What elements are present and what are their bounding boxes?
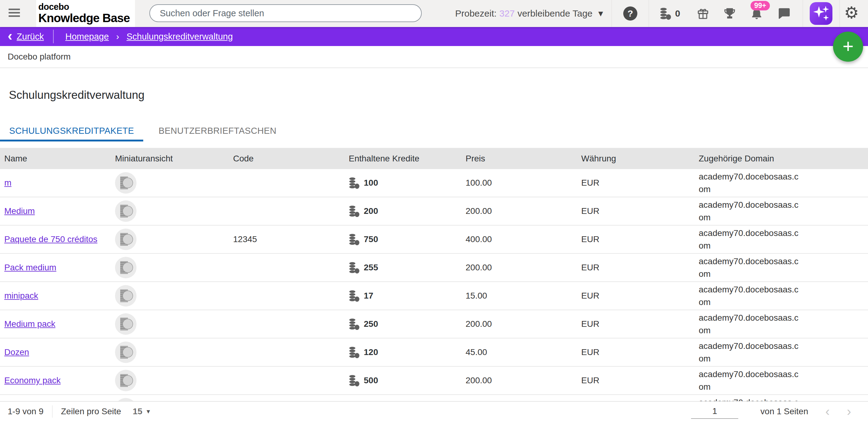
- package-name-cell: Dozen: [4, 348, 115, 357]
- package-name-link[interactable]: Pack medium: [4, 263, 56, 272]
- column-header-code: Code: [233, 154, 349, 163]
- credits-balance-button[interactable]: 0: [658, 7, 682, 20]
- coin-stack-thumbnail: [115, 313, 136, 335]
- package-name-link[interactable]: Dozen: [4, 348, 29, 357]
- column-header-name: Name: [4, 154, 115, 163]
- thumbnail-cell: [115, 200, 233, 222]
- divider: [53, 30, 54, 43]
- coins-icon: [349, 290, 360, 302]
- credits-value: 120: [364, 348, 378, 357]
- ai-assistant-button[interactable]: [810, 2, 832, 25]
- hamburger-menu-button[interactable]: [8, 7, 21, 20]
- column-header-thumbnail: Miniaturansicht: [115, 154, 233, 163]
- coin-stack-thumbnail: [115, 172, 136, 193]
- package-name-link[interactable]: Paquete de 750 créditos: [4, 235, 97, 244]
- credits-cell: 120: [349, 346, 466, 358]
- coin-stack-thumbnail: [115, 257, 136, 278]
- trial-period-dropdown[interactable]: Probezeit: 327 verbleibende Tage ▼: [453, 0, 605, 27]
- credits-cell: 500: [349, 374, 466, 387]
- column-header-domain: Zugehörige Domain: [699, 154, 868, 163]
- plus-icon: +: [842, 36, 854, 56]
- package-name-cell: Pack medium: [4, 263, 115, 272]
- back-chevron-icon: ‹: [8, 29, 12, 43]
- notification-badge: 99+: [750, 1, 770, 10]
- coins-icon: [349, 346, 360, 358]
- currency-cell: EUR: [581, 348, 699, 357]
- thumbnail-cell: [115, 172, 233, 193]
- table-row: Medium pack: [0, 310, 868, 338]
- price-cell: 100.00: [466, 178, 581, 188]
- credits-value: 200: [364, 206, 378, 216]
- tab-bar: SCHULUNGSKREDITPAKETE BENUTZERBRIEFTASCH…: [0, 122, 868, 142]
- currency-cell: EUR: [581, 291, 699, 301]
- hamburger-icon: [8, 8, 20, 10]
- column-header-currency: Währung: [581, 154, 699, 163]
- currency-cell: EUR: [581, 319, 699, 329]
- package-name-link[interactable]: Medium pack: [4, 319, 56, 329]
- gamification-button[interactable]: [723, 6, 737, 21]
- package-name-link[interactable]: Economy pack: [4, 375, 61, 385]
- package-name-link[interactable]: m: [4, 178, 11, 187]
- price-cell: 45.00: [466, 348, 581, 357]
- search-input[interactable]: [149, 4, 422, 22]
- package-name-cell: Medium pack: [4, 319, 115, 329]
- currency-cell: EUR: [581, 263, 699, 272]
- help-button[interactable]: ?: [623, 6, 637, 21]
- messages-button[interactable]: [777, 6, 791, 21]
- pager-controls: von 1 Seiten ‹ ›: [691, 404, 868, 419]
- tab-schulungskreditpakete[interactable]: SCHULUNGSKREDITPAKETE: [0, 122, 143, 142]
- coin-stack-thumbnail: [115, 370, 136, 391]
- gear-icon: ⚙: [844, 3, 859, 22]
- breadcrumb-bar: ‹ Zurück Homepage › Schulungskreditverwa…: [0, 27, 868, 46]
- table-row: m: [0, 169, 868, 197]
- gift-icon: [696, 6, 710, 21]
- domain-cell: academy70.docebosaas.com: [699, 199, 800, 224]
- sparkles-icon: [810, 2, 832, 25]
- package-name-link[interactable]: Medium: [4, 206, 35, 216]
- chevron-down-icon[interactable]: ▾: [147, 408, 150, 415]
- credits-cell: 200: [349, 205, 466, 217]
- table-row: Pack medium: [0, 254, 868, 282]
- credits-cell: 250: [349, 318, 466, 330]
- docebo-logo[interactable]: docebo Knowledge Base: [36, 0, 135, 27]
- breadcrumb-homepage-link[interactable]: Homepage: [65, 32, 109, 42]
- credits-value: 100: [364, 178, 378, 188]
- tab-benutzerbrieftaschen[interactable]: BENUTZERBRIEFTASCHEN: [149, 122, 285, 142]
- app-window: docebo Knowledge Base Probezeit: 327 ver…: [0, 0, 868, 421]
- domain-cell: academy70.docebosaas.com: [699, 368, 800, 393]
- next-page-button[interactable]: ›: [847, 405, 851, 418]
- rows-per-page-value[interactable]: 15: [133, 407, 142, 416]
- credits-value: 250: [364, 319, 378, 329]
- package-name-cell: Paquete de 750 créditos: [4, 235, 115, 244]
- divider: [839, 0, 840, 27]
- coin-stack-thumbnail: [115, 341, 136, 363]
- back-link[interactable]: Zurück: [17, 32, 44, 42]
- thumbnail-cell: [115, 229, 233, 250]
- add-package-fab[interactable]: +: [833, 32, 863, 62]
- breadcrumb-current-link[interactable]: Schulungskreditverwaltung: [127, 32, 233, 42]
- page-title: Schulungskreditverwaltung: [9, 89, 145, 101]
- table-row: Dozen: [0, 338, 868, 367]
- domain-cell: academy70.docebosaas.com: [699, 283, 800, 308]
- chevron-down-icon: ▼: [598, 10, 603, 17]
- previous-page-button[interactable]: ‹: [825, 405, 830, 418]
- domain-cell: academy70.docebosaas.com: [699, 227, 800, 252]
- search-container: [149, 4, 422, 22]
- package-name-cell: Economy pack: [4, 375, 115, 385]
- credits-value: 500: [364, 375, 378, 385]
- rewards-button[interactable]: [696, 6, 710, 21]
- settings-button[interactable]: ⚙: [844, 4, 859, 22]
- thumbnail-cell: [115, 285, 233, 306]
- package-name-cell: Medium: [4, 206, 115, 216]
- package-name-link[interactable]: minipack: [4, 291, 38, 300]
- platform-strip: Docebo platform: [0, 46, 868, 68]
- coins-icon: [349, 205, 360, 217]
- title-area: Schulungskreditverwaltung: [0, 68, 868, 122]
- domain-cell: academy70.docebosaas.com: [699, 170, 800, 196]
- divider: [612, 0, 612, 27]
- trial-days-remaining: 327: [499, 8, 515, 19]
- table-row: Paquete de 750 créditos 12345: [0, 225, 868, 254]
- domain-cell: academy70.docebosaas.com: [699, 255, 800, 280]
- column-header-price: Preis: [466, 154, 581, 163]
- page-number-input[interactable]: [691, 404, 738, 419]
